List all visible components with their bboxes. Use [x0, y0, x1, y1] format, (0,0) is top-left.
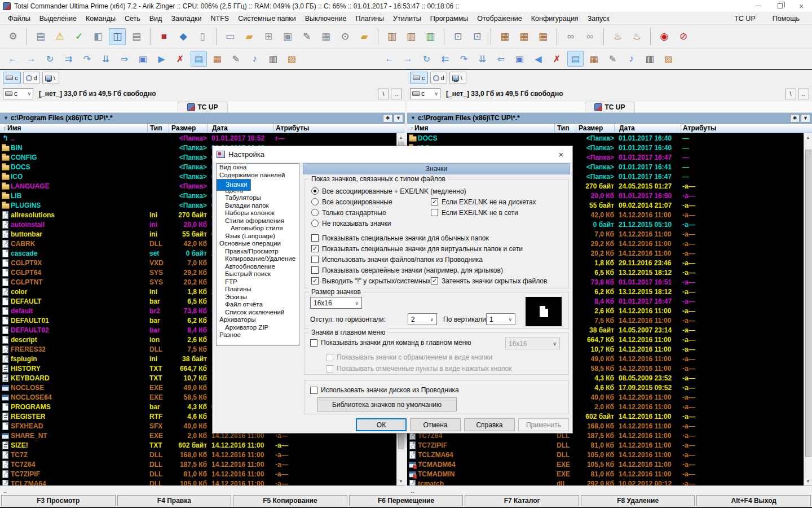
file-row[interactable]: TCLZMA64DLL105,0 Кб14.12.2016 11:00-a— [0, 479, 396, 485]
column-header-size[interactable]: Размер [169, 124, 207, 133]
calculator-icon[interactable]: ▦ [317, 28, 334, 45]
check-special-virtual-icons[interactable]: Показывать специальные значки для виртуа… [311, 245, 523, 253]
expand-down-icon[interactable]: ⇊ [474, 51, 491, 67]
tree-item[interactable]: Разное [217, 331, 299, 339]
column-header-name[interactable]: ↑Имя [0, 124, 147, 133]
refresh-icon[interactable]: ↻ [418, 51, 435, 67]
radio-box[interactable] [311, 187, 319, 195]
drive-button-d[interactable]: d [23, 72, 40, 84]
drive-select[interactable]: c∨ [410, 88, 440, 99]
menu-item[interactable]: TC UP [730, 14, 760, 24]
ok-button[interactable]: ОК [356, 418, 407, 431]
check-menu-command-icons[interactable]: Показывать значки для команд в главном м… [310, 339, 471, 347]
film-icon[interactable]: ▥ [642, 51, 658, 67]
network-computer-icon[interactable]: ⊡ [449, 28, 466, 45]
back-icon[interactable]: ← [5, 51, 21, 67]
tree-item[interactable]: Наборы колонок [217, 209, 299, 217]
checkbox-box[interactable] [431, 198, 438, 205]
radio-box[interactable] [311, 220, 319, 227]
drive-button-network[interactable]: \ [449, 72, 466, 84]
archive-unpack-icon[interactable]: ▦ [515, 28, 532, 45]
picture-icon[interactable]: ▨ [660, 51, 677, 67]
drive-select[interactable]: c∨ [3, 88, 33, 99]
column-header-type[interactable]: Тип [147, 124, 169, 133]
phone-sync-icon[interactable]: ▯ [194, 28, 211, 45]
history-button[interactable]: ✱ [383, 114, 392, 122]
tree-item[interactable]: FTP [217, 278, 299, 286]
checkbox-box[interactable] [311, 277, 319, 284]
file-row[interactable]: SIZE!TXT602 байт14.12.2016 11:00-a— [0, 440, 396, 450]
abacus-icon[interactable]: ▦ [586, 51, 602, 67]
help-button[interactable]: Справка [464, 418, 515, 431]
tree-item[interactable]: Плагины [217, 286, 299, 294]
menu-item[interactable]: Закладки [166, 14, 206, 24]
menu-item[interactable]: Плагины [351, 14, 389, 24]
alt-f4-exit-button[interactable]: Alt+F4 Выход [696, 495, 811, 506]
cancel-button[interactable]: Отмена [410, 418, 461, 431]
f8-delete-button[interactable]: F8 Удаление [581, 495, 695, 506]
column-header-date[interactable]: Дата [207, 124, 273, 133]
menu-item[interactable]: Утилиты [389, 14, 426, 24]
menu-item[interactable]: Конфигурация [527, 14, 583, 24]
menu-item[interactable]: Отображение [473, 14, 526, 24]
check-exe-lnk-not-network[interactable]: Если EXE/LNK не в сети [431, 209, 518, 217]
path-dropdown-caret-icon[interactable]: ▼ [3, 115, 8, 121]
checkbox-box[interactable] [431, 277, 438, 284]
cup-restart-icon[interactable]: ♨ [628, 28, 645, 45]
check-dim-hidden-icons[interactable]: Затенять значки скрытых файлов [431, 277, 547, 285]
checkbox-box[interactable] [311, 266, 319, 274]
go-prev-icon[interactable]: ⇐ [493, 51, 509, 67]
network-share-icon[interactable]: ⊡ [469, 28, 486, 45]
drive-button-d[interactable]: d [430, 72, 447, 84]
checkbox-box[interactable] [326, 365, 333, 373]
check-explorer-drive-icons[interactable]: Использовать значки дисков из Проводника [310, 386, 459, 394]
menu-item[interactable]: Выделение [35, 14, 81, 24]
drive-button-c[interactable]: c [410, 72, 428, 84]
two-panels-icon[interactable]: ◫ [109, 28, 126, 45]
music-icon[interactable]: ♪ [623, 51, 639, 67]
close-button[interactable]: × [791, 0, 812, 12]
offset-horizontal-select[interactable]: 2 ∨ [408, 313, 437, 325]
f4-edit-button[interactable]: F4 Правка [117, 495, 232, 506]
fast-forward-icon[interactable]: ⇉ [60, 51, 77, 67]
verify-checklist-icon[interactable]: ✓ [70, 28, 87, 45]
column-header-type[interactable]: Тип [554, 124, 576, 133]
f3-view-button[interactable]: F3 Просмотр [1, 495, 116, 506]
checkbox-box[interactable] [310, 387, 317, 394]
offset-vertical-select[interactable]: 1 ∨ [486, 313, 515, 325]
f6-move-button[interactable]: F6 Перемещение [349, 495, 464, 506]
column-header-date[interactable]: Дата [614, 124, 681, 133]
tree-item[interactable]: Автообновление [217, 263, 299, 271]
sort-list-icon[interactable]: ▤ [191, 51, 207, 67]
menu-item[interactable]: Команды [81, 14, 120, 24]
check-menu-icons-sub-2[interactable]: Показывать отмеченные пункты в виде нажа… [326, 365, 511, 373]
tree-item[interactable]: Архиваторы [217, 316, 299, 324]
picture-icon[interactable]: ▨ [284, 51, 300, 67]
column-header-attrs[interactable]: Атрибуты [681, 124, 812, 133]
folder-icon[interactable]: ▰ [356, 28, 373, 45]
radio-standard-only[interactable]: Только стандартные [311, 209, 431, 217]
file-row[interactable]: DOCS<Папка>01.01.2017 16:40— [407, 133, 804, 143]
file-row[interactable]: TC7ZIPIFDLL81,0 Кб14.12.2016 11:00-a— [407, 440, 804, 450]
clipboard-copy-icon[interactable]: ▥ [383, 28, 400, 45]
radio-box[interactable] [311, 198, 319, 205]
film-icon[interactable]: ▥ [265, 51, 281, 67]
music-icon[interactable]: ♪ [246, 51, 263, 67]
file-row[interactable]: ↰..<Папка>01.01.2017 16:52r— [0, 133, 396, 143]
tree-item[interactable]: Значки [217, 179, 251, 191]
check-mark-hidden-system[interactable]: Выводить "!" у скрытых/системных [311, 277, 431, 285]
file-row[interactable]: TCMADMINEXE81,0 Кб14.12.2016 11:00-a— [407, 469, 804, 479]
tree-item[interactable]: Автовыбор стиля [217, 225, 299, 233]
checkbox-box[interactable] [431, 209, 438, 216]
select-frame-icon[interactable]: ▣ [135, 51, 151, 67]
history-button[interactable]: ✱ [790, 114, 800, 122]
parent-dir-button[interactable]: .. [391, 89, 402, 99]
link-icon[interactable]: ∞ [562, 28, 579, 45]
menu-item[interactable]: Сеть [120, 14, 145, 24]
tree-item[interactable]: Табуляторы [217, 194, 299, 202]
folder-tab[interactable]: TC UP [585, 102, 635, 112]
file-row[interactable]: TC7Z64DLL187,5 Кб14.12.2016 11:00-a— [0, 459, 396, 469]
icon-size-select[interactable]: 16x16 ∨ [310, 297, 362, 309]
f5-copy-button[interactable]: F5 Копирование [233, 495, 347, 506]
photoshop-icon[interactable]: ◆ [175, 28, 192, 45]
